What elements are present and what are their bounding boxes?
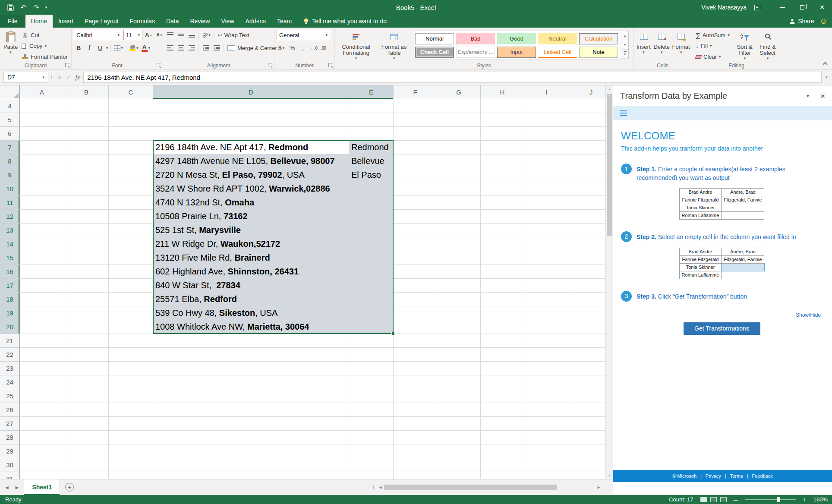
- cell-E26[interactable]: [349, 403, 394, 417]
- cell-style-linked[interactable]: Linked Cell: [538, 47, 577, 58]
- cell-A25[interactable]: [20, 389, 64, 403]
- cell-B27[interactable]: [64, 417, 109, 431]
- cell-H8[interactable]: [481, 154, 524, 168]
- font-color-button[interactable]: A: [141, 43, 151, 53]
- column-header-H[interactable]: H: [481, 85, 524, 99]
- cell-C20[interactable]: [109, 320, 153, 334]
- cell-D9[interactable]: 2720 N Mesa St, El Paso, 79902, USA: [153, 168, 349, 182]
- borders-button[interactable]: [113, 43, 124, 53]
- zoom-slider-thumb[interactable]: [777, 497, 780, 502]
- cell-D24[interactable]: [153, 375, 349, 389]
- vertical-scroll-thumb[interactable]: [607, 94, 612, 236]
- cell-A20[interactable]: [20, 320, 64, 334]
- cell-E31[interactable]: [349, 472, 394, 479]
- cell-C30[interactable]: [109, 458, 153, 472]
- cell-A30[interactable]: [20, 458, 64, 472]
- ribbon-display-options-button[interactable]: [754, 5, 761, 10]
- cell-I14[interactable]: [524, 237, 569, 251]
- cell-E10[interactable]: [349, 182, 394, 196]
- scroll-right-icon[interactable]: [595, 485, 602, 489]
- cell-C9[interactable]: [109, 168, 153, 182]
- cell-E17[interactable]: [349, 279, 394, 293]
- format-cells-button[interactable]: Format: [672, 29, 690, 62]
- page-layout-view-icon[interactable]: [710, 497, 717, 502]
- new-sheet-button[interactable]: [65, 483, 74, 491]
- cell-G13[interactable]: [437, 224, 481, 237]
- cell-F19[interactable]: [394, 306, 437, 320]
- paste-button[interactable]: Paste: [2, 29, 19, 62]
- cell-A19[interactable]: [20, 306, 64, 320]
- row-header-10[interactable]: 10: [0, 182, 20, 196]
- cell-J21[interactable]: [569, 334, 605, 348]
- cell-B19[interactable]: [64, 306, 109, 320]
- cell-C28[interactable]: [109, 431, 153, 444]
- cell-H11[interactable]: [481, 196, 524, 210]
- cell-C13[interactable]: [109, 224, 153, 237]
- row-header-8[interactable]: 8: [0, 154, 20, 168]
- cell-F20[interactable]: [394, 320, 437, 334]
- row-header-17[interactable]: 17: [0, 279, 20, 293]
- column-header-A[interactable]: A: [20, 85, 64, 99]
- cell-B6[interactable]: [64, 127, 109, 141]
- cell-G30[interactable]: [437, 458, 481, 472]
- cell-G6[interactable]: [437, 127, 481, 141]
- cell-F10[interactable]: [394, 182, 437, 196]
- cell-E7[interactable]: Redmond: [349, 141, 394, 154]
- cell-I15[interactable]: [524, 251, 569, 265]
- cell-style-neutral[interactable]: Neutral: [538, 33, 577, 44]
- cell-H22[interactable]: [481, 348, 524, 362]
- delete-cells-button[interactable]: Delete: [653, 29, 671, 62]
- zoom-level[interactable]: 160%: [813, 496, 828, 503]
- tab-file[interactable]: File: [0, 15, 25, 28]
- cell-J19[interactable]: [569, 306, 605, 320]
- cell-C23[interactable]: [109, 362, 153, 375]
- cell-J6[interactable]: [569, 127, 605, 141]
- column-header-J[interactable]: J: [569, 85, 605, 99]
- cell-G21[interactable]: [437, 334, 481, 348]
- cell-G22[interactable]: [437, 348, 481, 362]
- fill-color-button[interactable]: [129, 43, 139, 53]
- cell-E22[interactable]: [349, 348, 394, 362]
- increase-font-size-button[interactable]: A▴: [144, 30, 153, 40]
- cell-I9[interactable]: [524, 168, 569, 182]
- insert-function-icon[interactable]: fx: [76, 74, 80, 81]
- cell-C25[interactable]: [109, 389, 153, 403]
- row-header-27[interactable]: 27: [0, 417, 20, 431]
- tab-insert[interactable]: Insert: [53, 15, 79, 28]
- cell-B12[interactable]: [64, 210, 109, 224]
- show-hide-link[interactable]: Show/Hide: [621, 312, 823, 318]
- cell-C4[interactable]: [109, 99, 153, 113]
- row-header-12[interactable]: 12: [0, 210, 20, 224]
- cell-style-check[interactable]: Check Cell: [415, 47, 454, 58]
- cell-J22[interactable]: [569, 348, 605, 362]
- align-right-button[interactable]: [187, 43, 196, 53]
- cell-E6[interactable]: [349, 127, 394, 141]
- cell-style-explanatory[interactable]: Explanatory ...: [456, 47, 495, 58]
- cell-F30[interactable]: [394, 458, 437, 472]
- cell-C29[interactable]: [109, 444, 153, 458]
- cell-D31[interactable]: [153, 472, 349, 479]
- row-header-16[interactable]: 16: [0, 265, 20, 279]
- accounting-format-button[interactable]: $: [277, 43, 286, 53]
- tab-formulas[interactable]: Formulas: [124, 15, 161, 28]
- row-header-21[interactable]: 21: [0, 334, 20, 348]
- row-header-26[interactable]: 26: [0, 403, 20, 417]
- format-painter-button[interactable]: Format Painter: [20, 52, 69, 62]
- cell-H28[interactable]: [481, 431, 524, 444]
- restore-button[interactable]: [792, 0, 812, 15]
- cell-B11[interactable]: [64, 196, 109, 210]
- cell-B10[interactable]: [64, 182, 109, 196]
- cell-C11[interactable]: [109, 196, 153, 210]
- cell-I8[interactable]: [524, 154, 569, 168]
- row-header-20[interactable]: 20: [0, 320, 20, 334]
- cell-J13[interactable]: [569, 224, 605, 237]
- column-header-F[interactable]: F: [394, 85, 437, 99]
- cell-E19[interactable]: [349, 306, 394, 320]
- cell-E13[interactable]: [349, 224, 394, 237]
- cell-H23[interactable]: [481, 362, 524, 375]
- row-header-22[interactable]: 22: [0, 348, 20, 362]
- previous-sheet-icon[interactable]: [5, 485, 9, 490]
- cell-E16[interactable]: [349, 265, 394, 279]
- align-center-button[interactable]: [176, 43, 186, 53]
- cell-B15[interactable]: [64, 251, 109, 265]
